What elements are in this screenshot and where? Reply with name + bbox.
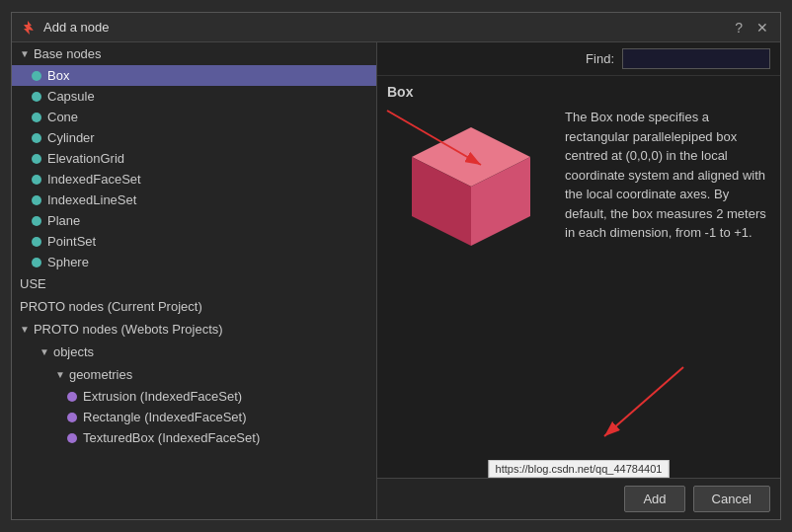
label-elevationgrid: ElevationGrid: [47, 151, 124, 166]
dot-sphere: [32, 258, 41, 267]
close-button[interactable]: ✕: [752, 20, 772, 36]
help-button[interactable]: ?: [731, 20, 747, 36]
tree-item-sphere[interactable]: Sphere: [12, 252, 376, 272]
tree-item-cone[interactable]: Cone: [12, 107, 376, 127]
dot-plane: [32, 216, 41, 226]
dot-texturedbox: [67, 433, 77, 443]
use-item[interactable]: USE: [12, 272, 376, 295]
add-node-dialog: Add a node ? ✕ ▼ Base nodes Box Capsule: [11, 12, 781, 520]
node-name: Box: [387, 84, 770, 100]
base-nodes-arrow: ▼: [20, 48, 30, 59]
tree-item-extrusion[interactable]: Extrusion (IndexedFaceSet): [12, 386, 376, 407]
label-plane: Plane: [47, 213, 80, 228]
label-sphere: Sphere: [47, 255, 89, 269]
dot-pointset: [32, 237, 41, 247]
cancel-button[interactable]: Cancel: [693, 486, 770, 512]
dot-extrusion: [67, 392, 77, 402]
dot-cone: [32, 113, 41, 122]
left-panel: ▼ Base nodes Box Capsule Cone Cylinder: [12, 42, 377, 519]
title-controls: ? ✕: [731, 20, 772, 36]
proto-current-item[interactable]: PROTO nodes (Current Project): [12, 295, 376, 318]
tree-item-texturedbox[interactable]: TexturedBox (IndexedFaceSet): [12, 427, 376, 448]
label-box: Box: [47, 68, 69, 83]
dot-indexedlineset: [32, 195, 41, 205]
find-label: Find:: [586, 51, 614, 66]
dot-indexedfaceset: [32, 175, 41, 185]
title-bar: Add a node ? ✕: [12, 13, 780, 42]
geometries-section[interactable]: ▼ geometries: [12, 363, 376, 386]
label-texturedbox: TexturedBox (IndexedFaceSet): [83, 430, 260, 445]
label-cone: Cone: [47, 110, 78, 124]
find-input[interactable]: [622, 48, 770, 69]
box-3d-svg: [392, 113, 550, 261]
box-preview: [387, 108, 555, 266]
label-extrusion: Extrusion (IndexedFaceSet): [83, 389, 242, 404]
objects-arrow: ▼: [40, 346, 49, 357]
description-text: The Box node specifies a rectangular par…: [565, 108, 770, 470]
geometries-arrow: ▼: [55, 369, 65, 380]
geometries-label: geometries: [69, 367, 132, 382]
app-icon: [20, 20, 36, 36]
label-rectangle: Rectangle (IndexedFaceSet): [83, 410, 246, 424]
tree-item-rectangle[interactable]: Rectangle (IndexedFaceSet): [12, 407, 376, 427]
tree-item-capsule[interactable]: Capsule: [12, 86, 376, 107]
label-capsule: Capsule: [47, 89, 95, 104]
dot-box: [32, 71, 41, 81]
tree-item-plane[interactable]: Plane: [12, 210, 376, 231]
tree-item-elevationgrid[interactable]: ElevationGrid: [12, 148, 376, 169]
content-area: ▼ Base nodes Box Capsule Cone Cylinder: [12, 42, 780, 519]
label-indexedfaceset: IndexedFaceSet: [47, 172, 141, 187]
preview-and-desc: The Box node specifies a rectangular par…: [387, 108, 770, 470]
label-cylinder: Cylinder: [47, 130, 95, 145]
add-button[interactable]: Add: [624, 486, 684, 512]
dot-cylinder: [32, 133, 41, 143]
dot-capsule: [32, 92, 41, 102]
label-indexedlineset: IndexedLineSet: [47, 192, 136, 207]
svg-marker-0: [24, 21, 34, 35]
base-nodes-section[interactable]: ▼ Base nodes: [12, 42, 376, 65]
objects-label: objects: [53, 344, 94, 359]
use-label: USE: [20, 276, 46, 291]
base-nodes-label: Base nodes: [34, 46, 102, 61]
dot-rectangle: [67, 413, 77, 422]
dot-elevationgrid: [32, 154, 41, 164]
tree-item-indexedlineset[interactable]: IndexedLineSet: [12, 190, 376, 210]
proto-webots-arrow: ▼: [20, 324, 30, 335]
tree-item-box[interactable]: Box: [12, 65, 376, 86]
proto-webots-label: PROTO nodes (Webots Projects): [34, 322, 223, 337]
right-panel: Find: Box: [377, 42, 780, 519]
tree-item-pointset[interactable]: PointSet: [12, 231, 376, 252]
bottom-bar: Add Cancel: [377, 478, 780, 519]
find-bar: Find:: [377, 42, 780, 76]
node-preview-area: Box The Box node sp: [377, 76, 780, 478]
proto-current-label: PROTO nodes (Current Project): [20, 299, 202, 314]
objects-section[interactable]: ▼ objects: [12, 341, 376, 363]
proto-webots-section[interactable]: ▼ PROTO nodes (Webots Projects): [12, 318, 376, 341]
tree-item-cylinder[interactable]: Cylinder: [12, 127, 376, 148]
tree-item-indexedfaceset[interactable]: IndexedFaceSet: [12, 169, 376, 190]
dialog-title: Add a node: [43, 20, 731, 35]
label-pointset: PointSet: [47, 234, 96, 249]
